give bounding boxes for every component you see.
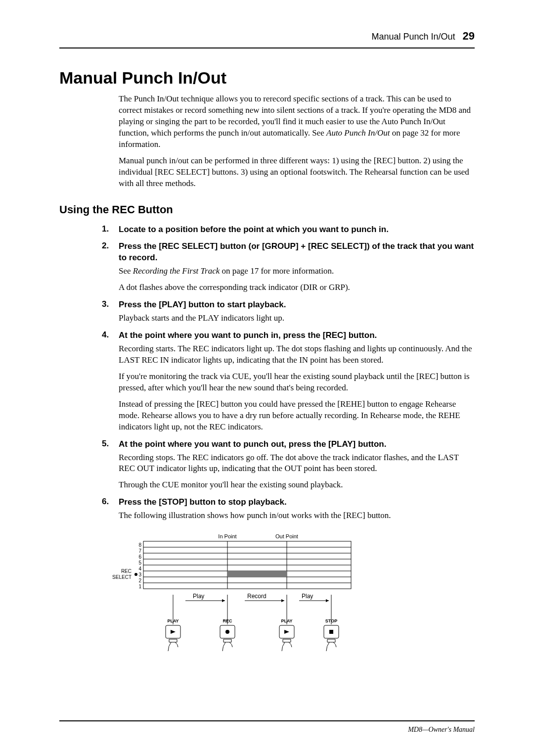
subhead-using-rec-button: Using the REC Button — [59, 203, 475, 216]
rec-label: REC — [121, 568, 132, 574]
svg-text:REC: REC — [222, 618, 232, 623]
record-region-icon — [227, 571, 287, 577]
step-1: 1. Locate to a position before the point… — [102, 224, 475, 236]
phase-record: Record — [247, 593, 267, 600]
step-2: 2. Press the [REC SELECT] button (or [GR… — [102, 241, 475, 293]
track-5: 5 — [138, 560, 141, 566]
step-5: 5. At the point where you want to punch … — [102, 439, 475, 491]
step-6: 6. Press the [STOP] button to stop playb… — [102, 497, 475, 521]
track-2: 2 — [138, 578, 141, 583]
track-8: 8 — [138, 542, 141, 548]
track-7: 7 — [138, 548, 141, 554]
content: Manual Punch In/Out The Punch In/Out tec… — [59, 48, 475, 670]
stop-icon — [329, 630, 333, 634]
play-button-1: PLAY — [166, 618, 180, 651]
play-icon — [171, 630, 176, 634]
svg-text:STOP: STOP — [325, 618, 337, 623]
phase-play1: Play — [193, 593, 204, 600]
record-icon — [225, 630, 229, 634]
track-1: 1 — [138, 584, 141, 589]
step-list: 1. Locate to a position before the point… — [102, 224, 475, 522]
header-title: Manual Punch In/Out — [371, 32, 455, 42]
step-4: 4. At the point where you want to punch … — [102, 330, 475, 433]
intro-paragraph-1: The Punch In/Out technique allows you to… — [119, 94, 475, 150]
in-point-label: In Point — [218, 533, 236, 539]
punch-diagram: 8 7 6 5 4 3 2 1 REC SELECT In Point Out … — [89, 531, 475, 670]
select-label: SELECT — [112, 574, 132, 580]
page-number: 29 — [463, 30, 475, 42]
phase-play2: Play — [302, 593, 313, 600]
page-header: Manual Punch In/Out 29 — [59, 30, 475, 48]
rec-select-dot-icon — [134, 573, 137, 576]
track-4: 4 — [138, 566, 141, 571]
play-icon — [284, 630, 289, 634]
svg-text:PLAY: PLAY — [281, 618, 292, 623]
track-6: 6 — [138, 554, 141, 560]
page: Manual Punch In/Out 29 Manual Punch In/O… — [0, 0, 534, 756]
rec-button: REC — [220, 618, 235, 651]
play-button-2: PLAY — [279, 618, 294, 651]
intro-paragraph-2: Manual punch in/out can be performed in … — [119, 155, 475, 189]
stop-button: STOP — [324, 618, 339, 651]
footer-rule — [59, 720, 475, 721]
footer-text: MD8—Owner's Manual — [408, 726, 475, 734]
track-3: 3 — [138, 572, 141, 577]
out-point-label: Out Point — [275, 533, 298, 539]
section-title: Manual Punch In/Out — [59, 68, 475, 88]
svg-text:PLAY: PLAY — [167, 618, 178, 623]
step-3: 3. Press the [PLAY] button to start play… — [102, 299, 475, 324]
